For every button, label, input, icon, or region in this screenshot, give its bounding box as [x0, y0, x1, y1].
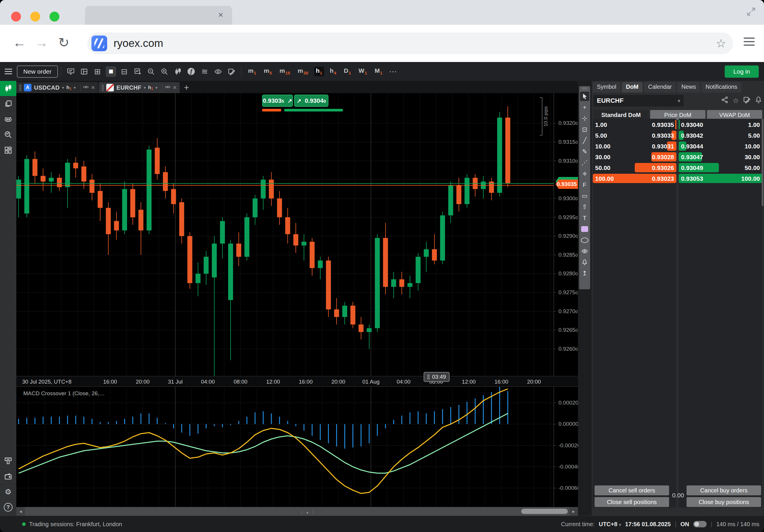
dom-buy-row[interactable]: 0.9304410.00: [679, 141, 762, 151]
text-tool[interactable]: T: [580, 213, 589, 223]
crosshair-tool[interactable]: +: [580, 103, 589, 112]
rectangle-tool[interactable]: ▭: [580, 191, 589, 200]
browser-tab[interactable]: ×: [85, 6, 232, 25]
price-chart[interactable]: 0.932000.931500.931000.930500.930000.929…: [16, 93, 578, 376]
close-sell-positions-button[interactable]: Close sell positions: [595, 497, 669, 507]
sidebar-settings[interactable]: ⚙: [0, 484, 16, 500]
fullscreen-icon[interactable]: [746, 6, 756, 19]
timeframe-dropdown-icon[interactable]: ▾: [155, 85, 157, 90]
sidebar-help[interactable]: ?: [0, 500, 16, 515]
symbol-selector[interactable]: EURCHF▾: [593, 95, 683, 106]
share-icon[interactable]: [721, 96, 728, 105]
zoom-out-icon[interactable]: [146, 66, 156, 77]
close-tab-icon[interactable]: ×: [216, 10, 226, 20]
cursor-tool[interactable]: [580, 92, 589, 101]
close-chart-icon[interactable]: ×: [91, 84, 95, 91]
sidebar-wallet[interactable]: [0, 469, 16, 484]
sidebar-deposit[interactable]: [0, 454, 16, 469]
fibonacci-tool[interactable]: F: [580, 180, 589, 190]
arrow-tool[interactable]: ⇧: [580, 202, 589, 211]
minimize-window-button[interactable]: [30, 12, 40, 22]
layouts-icon[interactable]: [79, 66, 90, 77]
cancel-sell-orders-button[interactable]: Cancel sell orders: [595, 485, 669, 495]
chart-tab-usdcad[interactable]: A USDCAD ▾ h 1 ▾ ×: [16, 82, 98, 93]
trendline-tool[interactable]: ╱: [580, 136, 589, 145]
chart-settings-icon[interactable]: [226, 66, 237, 77]
dom-sell-row[interactable]: 50.000.93026: [593, 163, 676, 172]
sidebar-plugins[interactable]: [0, 143, 16, 158]
scrollbar-thumb[interactable]: [521, 509, 568, 514]
sidebar-trade[interactable]: [0, 81, 16, 96]
chart-hscrollbar[interactable]: [16, 507, 578, 516]
forward-button[interactable]: →: [31, 32, 52, 53]
star-icon[interactable]: ☆: [733, 97, 739, 105]
dom-buy-row[interactable]: 0.930401.00: [679, 120, 762, 129]
panel-tab-calendar[interactable]: Calendar: [644, 82, 676, 92]
symbol-dropdown-icon[interactable]: ▾: [144, 85, 146, 90]
dom-mode-standard-dom[interactable]: Standard DoM: [593, 110, 649, 120]
dom-sell-row[interactable]: 10.000.93031: [593, 141, 676, 151]
new-chart-icon[interactable]: [132, 66, 143, 77]
dom-buy-row[interactable]: 0.93053100.00: [679, 174, 762, 183]
toolbar-drag-handle[interactable]: [582, 87, 587, 90]
chart-type-icon[interactable]: [173, 66, 183, 77]
back-button[interactable]: ←: [9, 32, 30, 53]
timeframe-m1[interactable]: m1: [246, 66, 258, 76]
sidebar-copy[interactable]: [0, 96, 16, 112]
channel-tool[interactable]: ≡: [580, 169, 589, 179]
panel-scrollbar[interactable]: [762, 119, 763, 206]
dom-sell-row[interactable]: 30.000.93028: [593, 152, 676, 162]
new-order-button[interactable]: New order: [17, 66, 58, 78]
time-axis[interactable]: 30 Jul 2025, UTC+8 16:0020:0031 Jul04:00…: [16, 376, 578, 387]
close-buy-positions-button[interactable]: Close buy positions: [686, 497, 761, 507]
cancel-buy-orders-button[interactable]: Cancel buy orders: [686, 485, 761, 495]
timezone-selector[interactable]: UTC+8 ▾: [599, 521, 621, 528]
close-window-button[interactable]: [11, 12, 21, 22]
bell-icon[interactable]: [755, 96, 762, 105]
app-menu-icon[interactable]: [5, 67, 12, 76]
single-view-icon[interactable]: ■: [106, 66, 116, 77]
panel-collapse-handle[interactable]: ⋮ ▴ ⋮: [300, 510, 316, 514]
connection-toggle[interactable]: [693, 521, 707, 527]
tab-drag-handle[interactable]: [101, 84, 104, 91]
timeframe-h4[interactable]: h4: [328, 66, 338, 76]
link-icon[interactable]: [165, 84, 171, 91]
grid-view-icon[interactable]: ⊞: [92, 66, 103, 77]
indicator-label[interactable]: MACD Crossover 1 (Close, 26,…: [23, 390, 105, 397]
timeframe-h1[interactable]: h1: [314, 66, 324, 76]
buy-quote-button[interactable]: ↗ 0.93040: [294, 94, 328, 107]
split-view-icon[interactable]: ⊟: [119, 66, 129, 77]
dom-mode-price-dom[interactable]: Price DoM: [650, 110, 705, 120]
fib-fan-tool[interactable]: ⋰: [580, 158, 589, 167]
dom-buy-row[interactable]: 0.9304730.00: [679, 152, 762, 162]
login-button[interactable]: Log in: [725, 66, 759, 78]
reload-button[interactable]: ↻: [54, 32, 74, 53]
maximize-window-button[interactable]: [50, 12, 59, 22]
timeframe-m15[interactable]: m15: [278, 66, 292, 76]
symbol-dropdown-icon[interactable]: ▾: [62, 85, 64, 90]
dom-sell-row[interactable]: 1.000.93035: [593, 120, 676, 129]
chart-edit-icon[interactable]: [743, 96, 751, 105]
alerts-tool[interactable]: [580, 258, 589, 267]
timeframe-m5[interactable]: m5: [262, 66, 274, 76]
sell-quote-button[interactable]: 0.93035 ↗: [262, 94, 293, 107]
magnet-tool[interactable]: ⊹: [580, 114, 589, 123]
timeframe-m30[interactable]: m30: [296, 66, 310, 76]
dom-sell-row[interactable]: 100.000.93023: [593, 174, 676, 183]
indicators-icon[interactable]: ≋: [199, 66, 210, 77]
sidebar-automate[interactable]: [0, 112, 16, 127]
panel-tab-notifications[interactable]: Notifications: [701, 82, 741, 92]
bar-countdown-badge[interactable]: 03:49: [424, 372, 450, 382]
scroll-right-icon[interactable]: ▸: [569, 507, 578, 516]
objects-icon[interactable]: [213, 66, 223, 77]
panel-tab-symbol[interactable]: Symbol: [593, 82, 621, 92]
dom-buy-row[interactable]: 0.930425.00: [679, 131, 762, 140]
sidebar-analyze[interactable]: [0, 127, 16, 143]
scroll-left-icon[interactable]: ◂: [16, 507, 25, 516]
panel-tab-news[interactable]: News: [677, 82, 700, 92]
tab-drag-handle[interactable]: [19, 84, 22, 91]
objects-visibility[interactable]: [580, 246, 589, 256]
timeframe-W1[interactable]: W1: [357, 66, 369, 76]
zoom-in-icon[interactable]: [159, 66, 170, 77]
functions-icon[interactable]: f: [186, 66, 197, 77]
